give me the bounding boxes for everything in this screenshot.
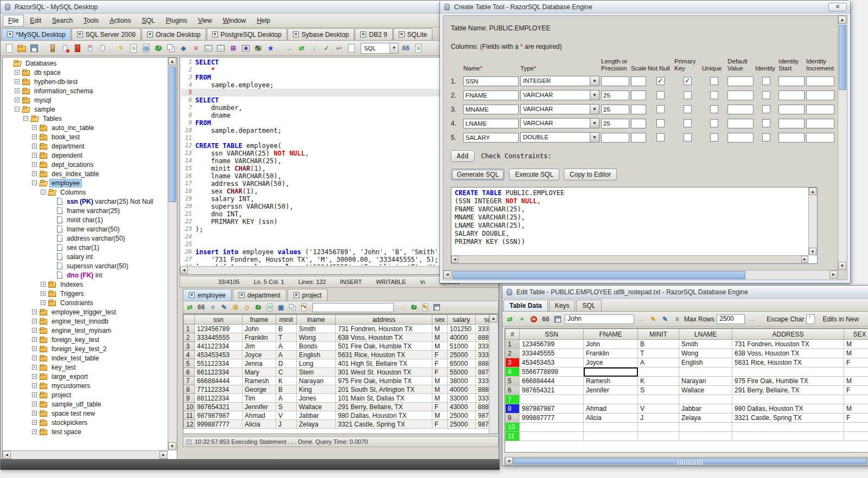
tree-item-auto_inc_table[interactable]: +auto_inc_table — [4, 123, 168, 132]
menu-plugins[interactable]: Plugins — [161, 15, 192, 26]
edit-column-header[interactable]: MINIT — [638, 329, 679, 340]
column-type-select[interactable]: VARCHAR▼ — [520, 104, 599, 114]
data-cell[interactable]: M — [432, 377, 448, 385]
results-column-header[interactable]: sex — [432, 315, 448, 325]
data-cell[interactable]: Wong — [297, 333, 336, 342]
sql-vertical-scrollbar[interactable]: ▲ ▼ — [808, 188, 817, 255]
data-cell[interactable]: George — [242, 385, 276, 394]
tree-item-hyphen-db-test[interactable]: +hyphen-db-test — [4, 77, 168, 86]
chevron-down-icon[interactable]: ▼ — [590, 105, 599, 114]
data-cell[interactable]: Narayan — [297, 377, 336, 385]
data-cell[interactable]: M — [432, 342, 448, 351]
row-number-cell[interactable]: 1 — [506, 340, 520, 349]
row-number-cell[interactable]: 8 — [184, 385, 195, 394]
data-cell[interactable]: 5566778899 — [520, 367, 584, 377]
data-cell[interactable] — [679, 432, 732, 441]
connection-tab-db2-9[interactable]: ×DB2 9 — [355, 28, 392, 40]
results-column-header[interactable]: fname — [242, 315, 276, 325]
length-precision-field[interactable]: 25 — [601, 91, 629, 100]
edit-table-icon[interactable]: ■ — [240, 43, 251, 54]
row-number-cell[interactable]: 11 — [506, 432, 520, 441]
tree-item-book_test[interactable]: +book_test — [4, 132, 168, 141]
tree-item-foreign_key_test[interactable]: +foreign_key_test — [4, 335, 168, 344]
data-cell[interactable]: 43000 — [448, 403, 476, 411]
edit-column-header[interactable]: ADDRESS — [732, 329, 844, 340]
unique-checkbox[interactable] — [710, 91, 718, 99]
chevron-down-icon[interactable]: ▼ — [590, 133, 599, 142]
scroll-up-icon[interactable]: ▲ — [809, 188, 816, 195]
expand-icon[interactable]: + — [32, 125, 37, 130]
edit-column-header[interactable]: # — [506, 329, 520, 340]
identity-start-field[interactable] — [778, 76, 805, 86]
identity-increment-field[interactable] — [806, 133, 834, 143]
filter-icon[interactable]: ≡ — [672, 314, 682, 324]
tab-close-icon[interactable]: × — [77, 31, 83, 37]
tree-item-superssn-varchar-50-[interactable]: superssn varchar(50) — [4, 261, 168, 270]
data-cell[interactable]: D — [276, 359, 297, 368]
unique-checkbox[interactable] — [710, 119, 718, 127]
collapse-icon[interactable]: − — [23, 116, 28, 121]
data-cell[interactable] — [732, 367, 844, 377]
menu-help[interactable]: Help — [252, 15, 275, 26]
data-cell[interactable]: 975 Fire Oak, Humble TX — [732, 377, 844, 386]
default-value-field[interactable] — [727, 105, 754, 114]
data-cell[interactable]: F — [432, 351, 448, 359]
data-cell[interactable]: 987987987 — [520, 404, 584, 414]
collapse-icon[interactable]: − — [41, 190, 46, 195]
close-icon[interactable]: ✕ — [828, 3, 847, 11]
scroll-down-icon[interactable]: ▼ — [838, 262, 846, 270]
scroll-left-icon[interactable]: ◄ — [505, 457, 513, 464]
tree-item-project[interactable]: +project — [4, 390, 168, 399]
data-cell[interactable]: Narayan — [679, 377, 732, 386]
tree-item-space-test-new[interactable]: +space test new — [4, 409, 168, 418]
data-cell[interactable]: 40000 — [448, 333, 476, 342]
menu-edit[interactable]: Edit — [25, 15, 46, 26]
data-cell[interactable]: F — [432, 359, 448, 368]
edit-column-header[interactable]: FNAME — [584, 329, 638, 340]
results-format-icon[interactable]: ≡ — [413, 43, 424, 54]
data-cell[interactable]: F — [432, 403, 448, 411]
unique-checkbox[interactable] — [710, 105, 718, 113]
data-cell[interactable]: John — [242, 325, 276, 333]
data-cell[interactable]: B — [638, 340, 679, 349]
new-connection-icon[interactable] — [60, 43, 71, 54]
highlight-icon[interactable]: ✎ — [648, 314, 658, 324]
tree-item-sample[interactable]: −sample — [4, 105, 168, 114]
scale-field[interactable] — [631, 76, 646, 86]
execute-sql-button[interactable]: Execute SQL — [509, 169, 559, 180]
data-cell[interactable]: S — [276, 403, 297, 411]
generate-insert-icon[interactable]: ◇ — [242, 302, 252, 312]
data-cell[interactable]: Tim — [242, 394, 276, 403]
data-cell[interactable]: 551122334 — [195, 359, 242, 368]
results-search-input[interactable] — [312, 303, 394, 312]
data-cell[interactable]: 453453453 — [520, 358, 584, 367]
window-icon[interactable]: ▣ — [276, 302, 286, 312]
data-cell[interactable]: 123456789 — [520, 340, 584, 349]
expand-icon[interactable]: + — [32, 346, 37, 351]
tree-item-employee_trigger_test[interactable]: +employee_trigger_test — [4, 307, 168, 316]
tree-item-constraints[interactable]: +Constraints — [4, 298, 168, 307]
scroll-thumb[interactable] — [513, 458, 867, 464]
data-cell[interactable]: John — [584, 340, 638, 349]
data-cell[interactable]: F — [432, 420, 448, 429]
tab-close-icon[interactable]: × — [293, 292, 299, 298]
chevron-down-icon[interactable]: ▼ — [590, 91, 599, 100]
generated-sql-text[interactable]: CREATE TABLE PUBLIC.EMPLOYEE(SSN INTEGER… — [455, 189, 807, 255]
delete-row-icon[interactable]: − — [529, 314, 539, 324]
add-row-icon[interactable]: + — [517, 314, 527, 324]
row-number-cell[interactable]: 1 — [184, 325, 195, 333]
data-cell[interactable]: 65000 — [448, 359, 476, 368]
scroll-up-icon[interactable]: ▲ — [168, 57, 176, 66]
open-file-icon[interactable] — [16, 43, 27, 54]
data-cell[interactable]: Jennifer — [242, 403, 276, 411]
tree-item-mycustomers[interactable]: +mycustomers — [4, 381, 168, 390]
data-cell[interactable]: M — [432, 394, 448, 403]
scroll-up-icon[interactable]: ▲ — [489, 314, 497, 322]
new-editor-tab-icon[interactable] — [346, 43, 357, 54]
execute-fetch-icon[interactable]: ↓ — [309, 43, 320, 54]
edit-data-table[interactable]: #SSNFNAMEMINITLNAMEADDRESSSEXSALARY11234… — [505, 328, 868, 441]
data-cell[interactable]: 987654321 — [195, 403, 242, 411]
data-cell[interactable]: Alicia — [584, 414, 638, 423]
default-value-field[interactable] — [727, 119, 754, 128]
data-cell[interactable]: Jim — [242, 342, 276, 351]
